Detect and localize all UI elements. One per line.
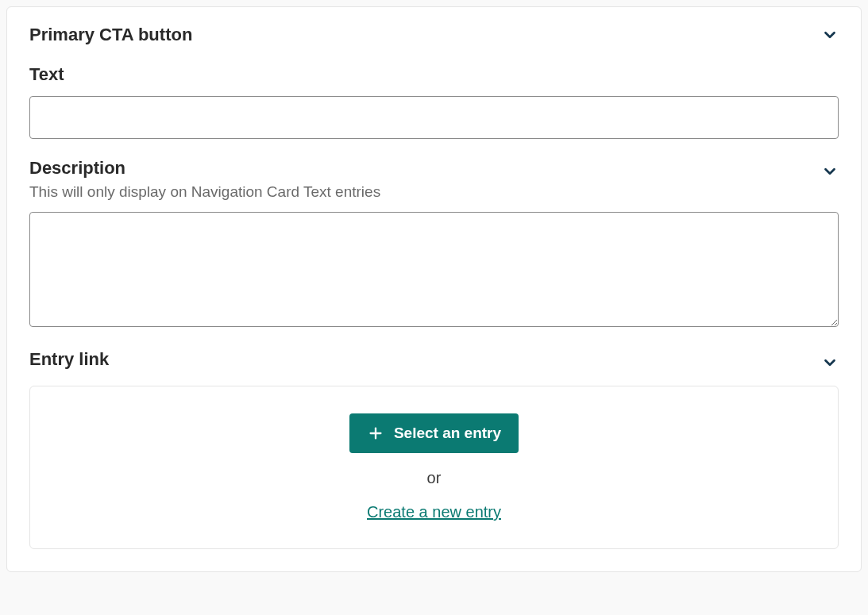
chevron-down-icon[interactable] — [821, 163, 839, 180]
description-label: Description — [29, 158, 380, 179]
section-title: Primary CTA button — [29, 25, 192, 45]
chevron-down-icon[interactable] — [821, 26, 839, 44]
select-entry-button[interactable]: Select an entry — [349, 413, 519, 453]
entry-link-box: Select an entry or Create a new entry — [29, 386, 839, 549]
or-text: or — [427, 469, 442, 487]
text-label: Text — [29, 64, 839, 85]
description-field-group: Description This will only display on Na… — [29, 158, 839, 330]
description-textarea[interactable] — [29, 212, 839, 327]
entry-link-field-group: Entry link Select an entry or Create a n… — [29, 349, 839, 549]
text-field-group: Text — [29, 64, 839, 139]
primary-cta-card: Primary CTA button Text Description This… — [6, 6, 862, 572]
section-header: Primary CTA button — [29, 25, 839, 45]
text-input[interactable] — [29, 96, 839, 139]
plus-icon — [367, 425, 384, 442]
select-entry-label: Select an entry — [394, 425, 501, 442]
entry-link-label: Entry link — [29, 349, 109, 370]
chevron-down-icon[interactable] — [821, 354, 839, 371]
description-hint: This will only display on Navigation Car… — [29, 183, 380, 201]
create-entry-link[interactable]: Create a new entry — [367, 503, 501, 521]
